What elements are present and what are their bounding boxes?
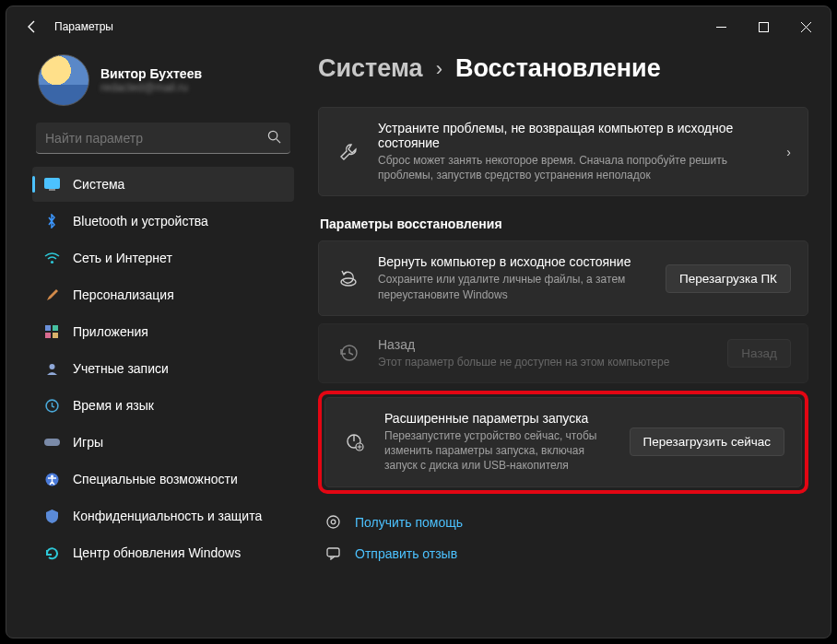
- sidebar-item-label: Учетные записи: [73, 361, 169, 376]
- window-title: Параметры: [54, 20, 113, 33]
- card-subtitle: Этот параметр больше не доступен на этом…: [378, 355, 711, 369]
- apps-icon: [43, 323, 60, 340]
- svg-rect-9: [45, 333, 51, 338]
- sidebar-nav: Система Bluetooth и устройства Сеть и Ин…: [32, 167, 294, 570]
- troubleshoot-card[interactable]: Устраните проблемы, не возвращая компьют…: [318, 107, 808, 196]
- svg-point-21: [327, 516, 339, 528]
- reset-icon: [336, 268, 361, 288]
- chevron-right-icon: ›: [786, 145, 791, 159]
- card-title: Вернуть компьютер в исходное состояние: [378, 254, 649, 269]
- sidebar-item-label: Сеть и Интернет: [73, 251, 172, 265]
- svg-rect-10: [53, 333, 58, 338]
- feedback-icon: [324, 546, 342, 560]
- chevron-right-icon: ›: [436, 57, 442, 81]
- main-panel: Система › Восстановление Устраните пробл…: [301, 47, 831, 638]
- svg-rect-1: [759, 22, 768, 31]
- svg-line-3: [277, 138, 280, 142]
- sidebar-item-label: Конфиденциальность и защита: [73, 509, 262, 523]
- svg-rect-13: [44, 439, 60, 446]
- help-icon: [324, 515, 342, 529]
- go-back-card: Назад Этот параметр больше не доступен н…: [318, 323, 808, 383]
- profile-name: Виктор Бухтеев: [100, 66, 202, 81]
- sidebar-item-apps[interactable]: Приложения: [32, 314, 294, 349]
- highlight-box: Расширенные параметры запуска Перезапуст…: [318, 391, 808, 494]
- sidebar-item-system[interactable]: Система: [32, 167, 294, 202]
- clock-icon: [43, 397, 60, 414]
- titlebar: Параметры: [6, 6, 831, 47]
- sidebar-item-bluetooth[interactable]: Bluetooth и устройства: [32, 204, 294, 239]
- sidebar-item-privacy[interactable]: Конфиденциальность и защита: [32, 498, 294, 533]
- card-title: Назад: [378, 337, 711, 352]
- sidebar-item-personalization[interactable]: Персонализация: [32, 277, 294, 312]
- reset-pc-card: Вернуть компьютер в исходное состояние С…: [318, 240, 808, 315]
- search-box[interactable]: [36, 123, 290, 154]
- sidebar-item-label: Игры: [73, 435, 103, 450]
- sidebar-item-label: Специальные возможности: [73, 472, 238, 486]
- accounts-icon: [43, 360, 60, 377]
- restart-now-button[interactable]: Перезагрузить сейчас: [630, 427, 784, 456]
- sidebar-item-windows-update[interactable]: Центр обновления Windows: [32, 535, 294, 570]
- breadcrumb-current: Восстановление: [455, 54, 661, 83]
- sidebar: Виктор Бухтеев redacted@mail.ru Система: [32, 47, 301, 638]
- reset-pc-button[interactable]: Перезагрузка ПК: [666, 264, 791, 293]
- wrench-icon: [336, 142, 361, 162]
- sidebar-item-label: Персонализация: [73, 287, 174, 302]
- history-icon: [336, 343, 361, 363]
- sidebar-item-label: Приложения: [73, 324, 148, 339]
- sidebar-item-gaming[interactable]: Игры: [32, 425, 294, 460]
- profile-email: redacted@mail.ru: [100, 81, 202, 94]
- footer-links: Получить помощь Отправить отзыв: [318, 507, 808, 569]
- brush-icon: [43, 287, 60, 303]
- bluetooth-icon: [43, 213, 60, 229]
- shield-icon: [43, 508, 60, 524]
- sidebar-item-time-language[interactable]: Время и язык: [32, 388, 294, 423]
- search-icon: [267, 130, 281, 146]
- card-title: Расширенные параметры запуска: [384, 411, 613, 426]
- feedback-link[interactable]: Отправить отзыв: [318, 538, 808, 569]
- sidebar-item-label: Время и язык: [73, 398, 154, 413]
- svg-rect-4: [44, 179, 59, 189]
- svg-rect-7: [45, 325, 51, 331]
- svg-rect-5: [49, 189, 55, 191]
- search-input[interactable]: [45, 131, 267, 146]
- svg-point-2: [268, 131, 277, 139]
- sidebar-item-label: Центр обновления Windows: [73, 545, 241, 560]
- get-help-link[interactable]: Получить помощь: [318, 507, 808, 538]
- svg-point-15: [50, 474, 53, 477]
- link-label: Получить помощь: [355, 515, 463, 530]
- minimize-button[interactable]: [700, 12, 742, 41]
- settings-window: Параметры Виктор Бухтеев redacted@mail.r…: [6, 6, 831, 638]
- svg-point-6: [50, 260, 53, 263]
- breadcrumb: Система › Восстановление: [318, 54, 808, 83]
- go-back-button: Назад: [727, 339, 791, 368]
- system-icon: [43, 176, 60, 193]
- svg-rect-8: [53, 325, 58, 331]
- profile-block[interactable]: Виктор Бухтеев redacted@mail.ru: [38, 54, 294, 106]
- accessibility-icon: [43, 471, 60, 487]
- svg-rect-23: [327, 548, 339, 556]
- back-button[interactable]: [16, 10, 49, 43]
- wifi-icon: [43, 250, 60, 266]
- card-subtitle: Сохраните или удалите личные файлы, а за…: [378, 272, 649, 301]
- breadcrumb-parent[interactable]: Система: [318, 54, 423, 83]
- power-settings-icon: [342, 432, 368, 452]
- avatar: [38, 54, 89, 106]
- card-subtitle: Перезапустите устройство сейчас, чтобы и…: [384, 428, 613, 474]
- section-label: Параметры восстановления: [320, 217, 808, 231]
- svg-point-11: [49, 364, 54, 369]
- sidebar-item-label: Система: [73, 177, 124, 192]
- sidebar-item-accessibility[interactable]: Специальные возможности: [32, 462, 294, 497]
- card-subtitle: Сброс может занять некоторое время. Снач…: [378, 153, 762, 182]
- update-icon: [43, 544, 60, 561]
- svg-point-22: [331, 520, 336, 524]
- sidebar-item-network[interactable]: Сеть и Интернет: [32, 240, 294, 275]
- gaming-icon: [43, 434, 60, 451]
- link-label: Отправить отзыв: [355, 546, 457, 561]
- card-title: Устраните проблемы, не возвращая компьют…: [378, 121, 762, 150]
- advanced-startup-card: Расширенные параметры запуска Перезапуст…: [324, 397, 802, 487]
- sidebar-item-label: Bluetooth и устройства: [73, 214, 208, 228]
- maximize-button[interactable]: [742, 12, 784, 41]
- close-button[interactable]: [784, 12, 827, 41]
- sidebar-item-accounts[interactable]: Учетные записи: [32, 351, 294, 386]
